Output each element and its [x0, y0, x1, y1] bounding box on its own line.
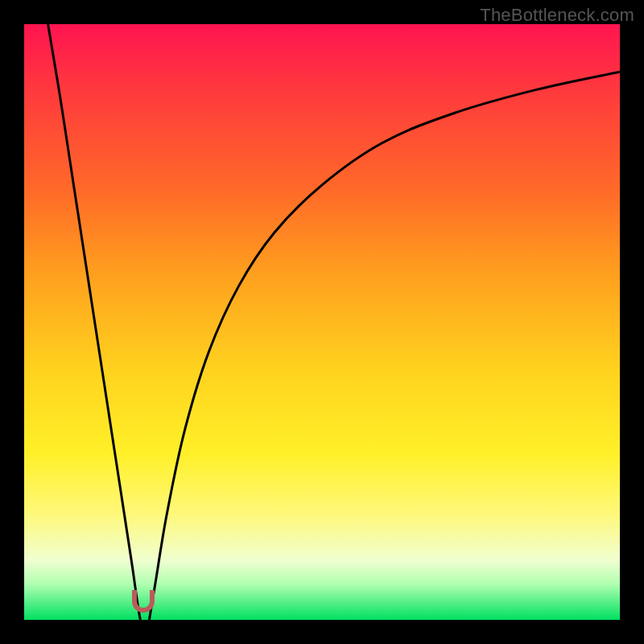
chart-frame: TheBottleneck.com	[0, 0, 644, 644]
watermark-text: TheBottleneck.com	[480, 5, 634, 26]
bottleneck-curve	[24, 24, 620, 620]
curve-path	[48, 24, 620, 620]
plot-area	[24, 24, 620, 620]
cusp-marker	[132, 590, 155, 613]
